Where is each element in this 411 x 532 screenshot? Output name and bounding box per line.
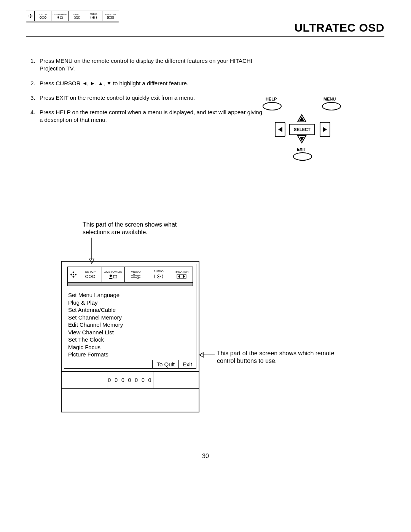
osd-tab-label: SETUP <box>39 13 47 16</box>
dpad-right-icon <box>320 122 330 137</box>
osd-tab-label: VIDEO <box>73 13 81 16</box>
menu-item: Set Channel Memory <box>68 314 192 321</box>
page-number: 30 <box>0 453 411 460</box>
svg-marker-29 <box>72 271 75 273</box>
osd-tab-setup: SETUP <box>35 11 51 21</box>
svg-marker-1 <box>30 17 31 18</box>
person-icon <box>108 274 118 279</box>
theater-icon <box>107 16 114 19</box>
svg-marker-17 <box>83 82 86 85</box>
svg-point-6 <box>42 16 44 18</box>
svg-marker-3 <box>32 15 33 17</box>
manual-page: SETUP CUSTOMIZE VIDEO AUDIO <box>0 0 411 532</box>
tv-speaker-center: 0 0 0 0 0 0 0 <box>107 372 153 388</box>
step-text: Press EXIT on the remote control to quic… <box>40 94 266 102</box>
osd-tab-theater: THEATER <box>170 267 193 282</box>
svg-point-36 <box>92 275 95 278</box>
step-number: 3. <box>30 94 40 102</box>
step-number: 4. <box>30 109 40 124</box>
osd-tab-label: AUDIO <box>154 270 164 273</box>
cursor-right-icon <box>91 81 95 86</box>
tv-speaker-left <box>62 372 107 388</box>
dpad-icon <box>70 271 77 278</box>
menu-item: Set The Clock <box>68 336 192 343</box>
svg-point-15 <box>93 17 94 18</box>
svg-rect-42 <box>137 277 139 278</box>
remote-menu-label: MENU <box>323 97 336 101</box>
svg-marker-32 <box>75 273 76 276</box>
menu-item: View Channel List <box>68 329 192 336</box>
dpad-left-icon <box>275 122 285 137</box>
osd-tab-video: VIDEO <box>68 11 85 21</box>
menu-item: Magic Focus <box>68 343 192 351</box>
step-number: 1. <box>30 57 40 73</box>
speaker-pattern: 0 0 0 0 0 0 0 <box>108 377 153 383</box>
osd-tab-theater: THEATER <box>102 11 119 21</box>
osd-nav-icon <box>26 11 35 21</box>
annotation-arrow-down <box>88 238 96 264</box>
step-text-part: to highlight a different feature. <box>112 80 188 86</box>
svg-rect-38 <box>113 275 117 278</box>
svg-point-44 <box>158 276 159 277</box>
osd-tab-audio: AUDIO <box>85 11 102 21</box>
osd-tab-label: THEATER <box>105 13 116 16</box>
svg-rect-40 <box>133 275 135 276</box>
exit-label: Exit <box>178 360 196 368</box>
osd-tab-setup: SETUP <box>79 267 102 282</box>
menu-button-icon <box>322 102 341 110</box>
cursor-up-icon <box>99 81 103 86</box>
cursor-left-icon <box>83 81 87 86</box>
knobs-icon <box>39 16 47 19</box>
osd-tab-label: CUSTOMIZE <box>53 13 67 16</box>
person-icon <box>56 16 63 19</box>
sliders-icon <box>131 274 141 279</box>
osd-tab-customize: CUSTOMIZE <box>102 267 125 282</box>
svg-point-5 <box>40 16 41 18</box>
dpad-icon <box>28 13 33 19</box>
help-button-icon <box>263 102 282 110</box>
dpad-down-icon <box>297 135 307 144</box>
svg-point-33 <box>72 274 74 275</box>
svg-rect-11 <box>75 16 76 17</box>
knobs-icon <box>85 274 96 279</box>
step-text-part: Press CURSOR <box>40 80 82 86</box>
audio-icon <box>90 16 97 19</box>
osd-nav-icon <box>68 267 79 282</box>
osd-tab-label: VIDEO <box>131 270 141 273</box>
tv-speaker-right <box>153 372 199 388</box>
remote-select-button: SELECT <box>289 124 315 135</box>
annotation-remote-buttons: This part of the screen shows which remo… <box>217 350 342 365</box>
svg-marker-2 <box>28 15 29 17</box>
svg-marker-26 <box>323 127 327 132</box>
osd-tab-customize: CUSTOMIZE <box>51 11 68 21</box>
menu-item: Picture Formats <box>68 351 192 358</box>
instruction-steps: 1. Press MENU on the remote control to d… <box>30 57 266 131</box>
svg-marker-18 <box>91 82 94 85</box>
tv-screen-diagram: SETUP CUSTOMIZE VIDEO AUDIO <box>61 261 199 412</box>
svg-point-8 <box>57 16 59 18</box>
tv-osd-strip: SETUP CUSTOMIZE VIDEO AUDIO <box>67 267 193 286</box>
title-rule <box>26 36 384 37</box>
osd-tab-video: VIDEO <box>125 267 148 282</box>
svg-point-34 <box>86 275 88 278</box>
step-text: Press MENU on the remote control to disp… <box>40 57 266 73</box>
svg-marker-25 <box>278 127 282 132</box>
page-title: ULTRATEC OSD <box>294 21 384 34</box>
remote-help-label: HELP <box>266 97 277 101</box>
step-4: 4. Press HELP on the remote control when… <box>30 109 266 124</box>
svg-marker-0 <box>30 14 31 15</box>
osd-tab-label: THEATER <box>174 270 189 273</box>
osd-tab-label: CUSTOMIZE <box>104 270 123 273</box>
svg-marker-19 <box>99 82 102 85</box>
remote-diagram: HELP MENU SELECT EXIT <box>266 95 342 168</box>
header-osd-strip: SETUP CUSTOMIZE VIDEO AUDIO <box>26 11 119 24</box>
step-3: 3. Press EXIT on the remote control to q… <box>30 94 266 102</box>
svg-rect-9 <box>60 17 62 19</box>
remote-exit-label: EXIT <box>297 147 306 152</box>
setup-menu-list: Set Menu Language Plug & Play Set Antenn… <box>68 291 192 358</box>
step-text: Press HELP on the remote control when a … <box>40 109 266 124</box>
menu-item: Edit Channel Memory <box>68 321 192 329</box>
audio-icon <box>153 274 164 279</box>
quit-row: To Quit Exit <box>64 360 196 368</box>
menu-item: Set Menu Language <box>68 291 192 299</box>
